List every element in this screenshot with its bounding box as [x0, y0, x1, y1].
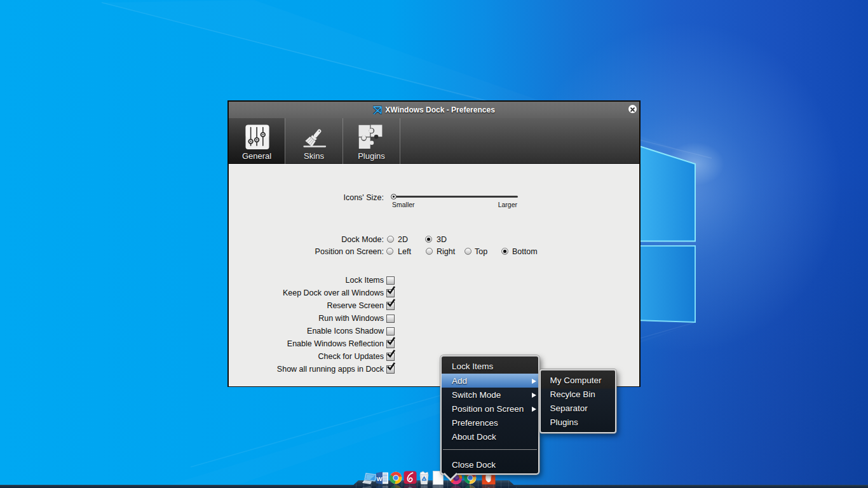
svg-text:W: W [377, 475, 383, 482]
